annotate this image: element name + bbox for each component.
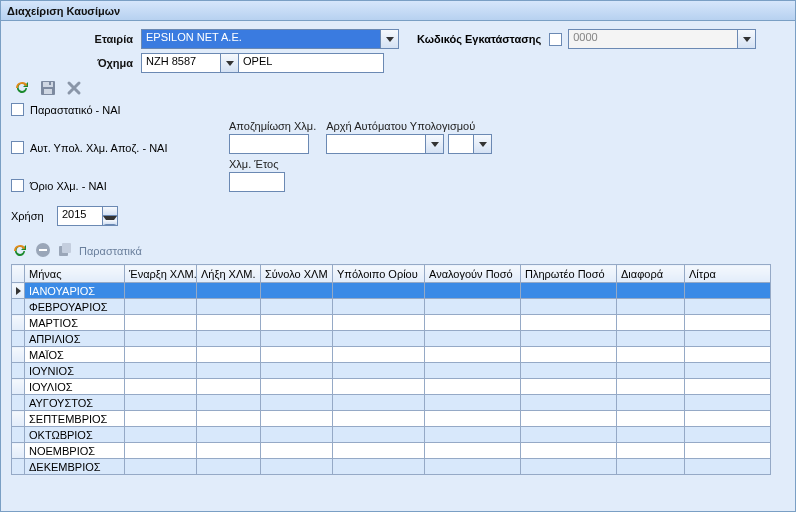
grid-cell[interactable] [125, 395, 197, 411]
grid-cell[interactable] [261, 331, 333, 347]
month-cell[interactable]: ΙΑΝΟΥΑΡΙΟΣ [25, 283, 125, 299]
grid-header[interactable]: Αναλογούν Ποσό [425, 265, 521, 283]
grid-remove-button[interactable] [35, 242, 51, 260]
table-row[interactable]: ΣΕΠΤΕΜΒΡΙΟΣ [12, 411, 771, 427]
grid-cell[interactable] [333, 331, 425, 347]
grid-cell[interactable] [425, 299, 521, 315]
grid-cell[interactable] [197, 299, 261, 315]
refresh-button[interactable] [13, 79, 31, 97]
grid-cell[interactable] [333, 427, 425, 443]
year-spin-up[interactable] [103, 207, 117, 216]
grid-cell[interactable] [125, 315, 197, 331]
install-code-select-button[interactable] [738, 29, 756, 49]
table-row[interactable]: ΙΟΥΛΙΟΣ [12, 379, 771, 395]
grid-cell[interactable] [685, 427, 771, 443]
grid-cell[interactable] [425, 427, 521, 443]
table-row[interactable]: ΙΟΥΝΙΟΣ [12, 363, 771, 379]
grid-cell[interactable] [197, 283, 261, 299]
compensation-km-input[interactable] [229, 134, 309, 154]
grid-cell[interactable] [617, 299, 685, 315]
grid-header[interactable]: Σύνολο ΧΛΜ [261, 265, 333, 283]
voucher-checkbox[interactable] [11, 103, 24, 116]
grid-cell[interactable] [261, 379, 333, 395]
install-code-select[interactable]: 0000 [568, 29, 738, 49]
company-select[interactable]: EPSILON NET A.E. [141, 29, 381, 49]
grid-cell[interactable] [261, 347, 333, 363]
grid-cell[interactable] [685, 299, 771, 315]
delete-button[interactable] [65, 79, 83, 97]
grid-cell[interactable] [425, 363, 521, 379]
grid-cell[interactable] [197, 363, 261, 379]
grid-cell[interactable] [125, 379, 197, 395]
grid-cell[interactable] [521, 395, 617, 411]
year-spin-down[interactable] [103, 216, 117, 225]
km-limit-checkbox[interactable] [11, 179, 24, 192]
grid-cell[interactable] [333, 459, 425, 475]
grid-cell[interactable] [125, 443, 197, 459]
grid-cell[interactable] [125, 427, 197, 443]
grid-cell[interactable] [125, 363, 197, 379]
grid-cell[interactable] [125, 331, 197, 347]
grid-header[interactable]: Υπόλοιπο Ορίου [333, 265, 425, 283]
grid-cell[interactable] [333, 443, 425, 459]
vehicle-model-input[interactable]: OPEL [238, 53, 384, 73]
grid-cell[interactable] [333, 347, 425, 363]
grid-cell[interactable] [425, 443, 521, 459]
grid-cell[interactable] [617, 427, 685, 443]
grid-copy-button[interactable] [57, 242, 73, 260]
grid-cell[interactable] [125, 299, 197, 315]
grid-cell[interactable] [333, 315, 425, 331]
table-row[interactable]: ΝΟΕΜΒΡΙΟΣ [12, 443, 771, 459]
grid-cell[interactable] [261, 443, 333, 459]
auto-calc-start-b-select[interactable] [448, 134, 474, 154]
vehicle-plate-select-button[interactable] [221, 53, 239, 73]
grid-cell[interactable] [333, 363, 425, 379]
grid-cell[interactable] [197, 347, 261, 363]
grid-cell[interactable] [333, 411, 425, 427]
month-cell[interactable]: ΙΟΥΝΙΟΣ [25, 363, 125, 379]
grid-cell[interactable] [521, 379, 617, 395]
grid-cell[interactable] [521, 283, 617, 299]
grid-cell[interactable] [261, 363, 333, 379]
grid-cell[interactable] [261, 315, 333, 331]
grid-cell[interactable] [333, 379, 425, 395]
grid-cell[interactable] [685, 459, 771, 475]
grid-cell[interactable] [617, 443, 685, 459]
month-cell[interactable]: ΔΕΚΕΜΒΡΙΟΣ [25, 459, 125, 475]
grid-cell[interactable] [197, 315, 261, 331]
grid-cell[interactable] [197, 379, 261, 395]
month-cell[interactable]: ΝΟΕΜΒΡΙΟΣ [25, 443, 125, 459]
grid-header[interactable]: Διαφορά [617, 265, 685, 283]
vouchers-button-label[interactable]: Παραστατικά [79, 245, 142, 257]
grid-cell[interactable] [521, 459, 617, 475]
grid-cell[interactable] [425, 459, 521, 475]
grid-cell[interactable] [425, 411, 521, 427]
auto-calc-start-a-select[interactable] [326, 134, 426, 154]
grid-cell[interactable] [197, 459, 261, 475]
grid-cell[interactable] [521, 299, 617, 315]
grid-cell[interactable] [425, 315, 521, 331]
month-cell[interactable]: ΑΥΓΟΥΣΤΟΣ [25, 395, 125, 411]
grid-cell[interactable] [521, 315, 617, 331]
grid-refresh-button[interactable] [11, 242, 29, 260]
grid-cell[interactable] [425, 283, 521, 299]
table-row[interactable]: ΑΥΓΟΥΣΤΟΣ [12, 395, 771, 411]
year-input[interactable]: 2015 [57, 206, 103, 226]
save-button[interactable] [39, 79, 57, 97]
grid-cell[interactable] [425, 347, 521, 363]
grid-cell[interactable] [617, 283, 685, 299]
month-cell[interactable]: ΜΑΪΟΣ [25, 347, 125, 363]
grid-cell[interactable] [617, 459, 685, 475]
grid-cell[interactable] [261, 283, 333, 299]
grid-cell[interactable] [685, 379, 771, 395]
grid-cell[interactable] [521, 331, 617, 347]
grid-cell[interactable] [617, 395, 685, 411]
table-row[interactable]: ΟΚΤΩΒΡΙΟΣ [12, 427, 771, 443]
month-cell[interactable]: ΦΕΒΡΟΥΑΡΙΟΣ [25, 299, 125, 315]
grid-cell[interactable] [685, 395, 771, 411]
table-row[interactable]: ΜΑΡΤΙΟΣ [12, 315, 771, 331]
grid-cell[interactable] [333, 395, 425, 411]
grid-cell[interactable] [685, 443, 771, 459]
grid-cell[interactable] [617, 411, 685, 427]
grid-cell[interactable] [261, 459, 333, 475]
